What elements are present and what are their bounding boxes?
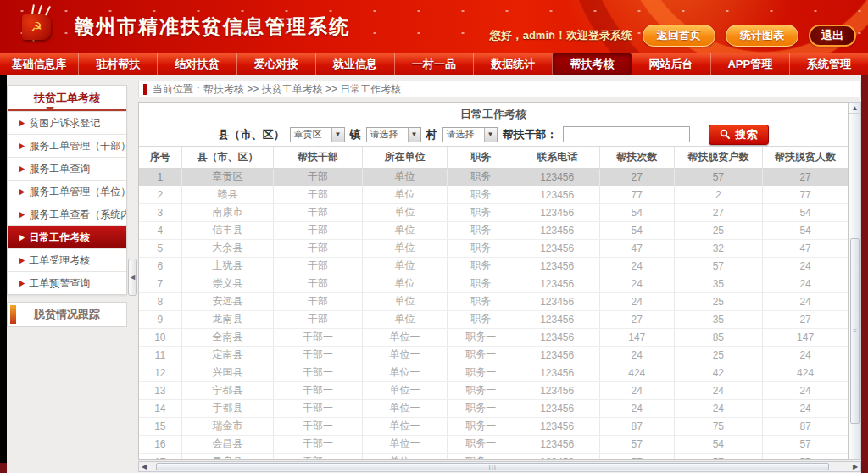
nav-tab[interactable]: APP管理: [710, 53, 789, 75]
breadcrumb: 当前位置：帮扶考核 >> 扶贫工单考核 >> 日常工作考核: [138, 81, 861, 97]
table-cell: 职务: [448, 310, 515, 328]
nav-tab[interactable]: 一村一品: [394, 53, 473, 75]
table-row[interactable]: 15瑞金市干部一单位一职务一123456877587: [139, 417, 848, 435]
county-select[interactable]: 章贡区 ▼: [290, 127, 345, 142]
table-cell: 27: [763, 310, 848, 328]
table-row[interactable]: 16会昌县干部一单位一职务一123456575457: [139, 435, 848, 453]
nav-tab[interactable]: 结对扶贫: [157, 53, 236, 75]
table-row[interactable]: 8安远县干部单位职务123456242524: [139, 292, 848, 310]
nav-tab[interactable]: 数据统计: [473, 53, 552, 75]
nav-tab[interactable]: 驻村帮扶: [78, 53, 157, 75]
logout-button[interactable]: 退出: [809, 25, 856, 47]
table-cell: 于都县: [181, 399, 274, 417]
table-cell: 单位一: [362, 364, 447, 381]
table-cell: 干部: [274, 292, 363, 310]
table-row[interactable]: 12兴国县干部一单位一职务一12345642442424: [139, 364, 848, 381]
table-cell: 龙南县: [181, 310, 274, 328]
table-cell: 单位: [362, 239, 447, 257]
sidebar-item[interactable]: ▶ 服务工单管理（干部）: [8, 134, 126, 157]
table-cell: 寻乌县: [181, 453, 274, 459]
main-content: 当前位置：帮扶考核 >> 扶贫工单考核 >> 日常工作考核 日常工作考核 县（市…: [138, 81, 861, 473]
table-row[interactable]: 5大余县干部单位职务123456473247: [139, 239, 848, 257]
nav-tab[interactable]: 就业信息: [315, 53, 394, 75]
table-row[interactable]: 2赣县干部单位职务12345677277: [139, 186, 848, 203]
table-row[interactable]: 7崇义县干部单位职务123456243524: [139, 275, 848, 292]
horizontal-scroll-track[interactable]: |||: [149, 462, 850, 471]
table-cell: 24: [599, 346, 674, 364]
sidebar-item[interactable]: ▶ 工单受理考核: [8, 248, 126, 271]
sidebar-item[interactable]: ▶ 服务工单查看（系统内: [8, 203, 126, 225]
table-cell: 单位一: [362, 399, 447, 417]
table-cell: 职务: [448, 203, 515, 221]
sidebar-item[interactable]: ▶ 服务工单查询: [8, 157, 126, 180]
nav-tab[interactable]: 爱心对接: [236, 53, 315, 75]
vertical-scrollbar-thumb[interactable]: ≡: [850, 238, 860, 424]
table-row[interactable]: 14于都县干部一单位一职务一123456242424: [139, 399, 848, 417]
table-cell: 10: [139, 328, 181, 346]
scroll-right-icon[interactable]: ▶: [850, 463, 860, 470]
table-cell: 干部: [274, 257, 363, 275]
sidebar-item[interactable]: ▶ 贫困户诉求登记: [8, 111, 126, 134]
column-header: 联系电话: [515, 147, 599, 168]
table-cell: 14: [139, 399, 181, 417]
nav-tab-label: 数据统计: [491, 57, 535, 72]
cadre-input[interactable]: [563, 126, 690, 142]
workspace: 扶贫工单考核 ▶ 贫困户诉求登记 ▶ 服务工单管理（干部） ▶ 服务工单查询 ▶…: [7, 75, 861, 473]
table-cell: 16: [139, 435, 181, 453]
table-row[interactable]: 11定南县干部一单位一职务一123456242524: [139, 346, 848, 364]
table-cell: 信丰县: [181, 221, 274, 239]
sidebar-menu: ▶ 贫困户诉求登记 ▶ 服务工单管理（干部） ▶ 服务工单查询 ▶ 服务工单管理…: [8, 111, 126, 294]
table-cell: 27: [674, 203, 763, 221]
table-cell: 57: [674, 257, 763, 275]
sidebar-collapse-button[interactable]: ◄: [128, 259, 137, 296]
table-cell: 干部一: [274, 399, 363, 417]
table-cell: 27: [763, 168, 848, 186]
table-cell: 安远县: [181, 292, 274, 310]
table-cell: 单位一: [362, 453, 447, 459]
home-button[interactable]: 返回首页: [643, 25, 715, 47]
charts-button[interactable]: 统计图表: [726, 25, 798, 47]
nav-tab[interactable]: 基础信息库: [0, 53, 78, 75]
table-header-row: 序号县（市、区）帮扶干部所在单位职务联系电话帮扶次数帮扶脱贫户数帮扶脱贫人数: [139, 147, 848, 168]
table-cell: 9: [139, 310, 181, 328]
table-row[interactable]: 1章贡区干部单位职务123456275727: [139, 168, 848, 186]
village-select[interactable]: 请选择 ▼: [442, 127, 498, 142]
table-cell: 54: [763, 221, 848, 239]
search-button[interactable]: 搜索: [709, 125, 769, 145]
nav-tab[interactable]: 系统管理: [789, 53, 868, 75]
table-row[interactable]: 9龙南县干部单位职务123456273527: [139, 310, 848, 328]
vertical-scrollbar[interactable]: ▲ ≡: [849, 102, 861, 460]
table-cell: 24: [763, 275, 848, 292]
table-cell: 职务一: [448, 381, 515, 399]
nav-tab[interactable]: 帮扶考核: [552, 53, 631, 75]
table-cell: 干部一: [274, 453, 363, 459]
table-row[interactable]: 10全南县干部一单位一职务一12345614785147: [139, 328, 848, 346]
sidebar-item[interactable]: ▶ 工单预警查询: [8, 271, 126, 294]
column-header: 县（市、区）: [181, 147, 274, 168]
table-cell: 147: [599, 328, 674, 346]
scroll-up-icon[interactable]: ▲: [849, 103, 860, 114]
sidebar-item[interactable]: ▶ 服务工单管理（单位）: [8, 180, 126, 203]
table-cell: 35: [674, 275, 763, 292]
sidebar-section-tracking[interactable]: 脱贫情况跟踪: [7, 302, 127, 327]
scroll-left-icon[interactable]: ◀: [139, 463, 149, 470]
table-cell: 57: [763, 453, 848, 459]
horizontal-scrollbar-thumb[interactable]: |||: [156, 463, 829, 470]
town-select[interactable]: 请选择 ▼: [366, 127, 421, 142]
table-row[interactable]: 4信丰县干部单位职务123456542554: [139, 221, 848, 239]
sidebar-item[interactable]: ▶ 日常工作考核: [8, 225, 126, 248]
horizontal-scrollbar[interactable]: ◀ ||| ▶: [138, 461, 861, 472]
table-cell: 干部: [274, 221, 363, 239]
table-cell: 干部: [274, 186, 363, 203]
table-row[interactable]: 6上犹县干部单位职务123456245724: [139, 257, 848, 275]
table-row[interactable]: 17寻乌县干部一单位一职务一123456575757: [139, 453, 848, 459]
nav-tab[interactable]: 网站后台: [632, 53, 710, 75]
table-cell: 干部: [274, 275, 363, 292]
nav-tab-label: 结对扶贫: [175, 57, 219, 72]
panel-title: 日常工作考核: [139, 103, 848, 123]
table-cell: 27: [599, 168, 674, 186]
table-row[interactable]: 13宁都县干部一单位一职务一123456242424: [139, 381, 848, 399]
table-cell: 单位: [362, 292, 447, 310]
table-cell: 干部一: [274, 346, 363, 364]
table-row[interactable]: 3南康市干部单位职务123456542754: [139, 203, 848, 221]
